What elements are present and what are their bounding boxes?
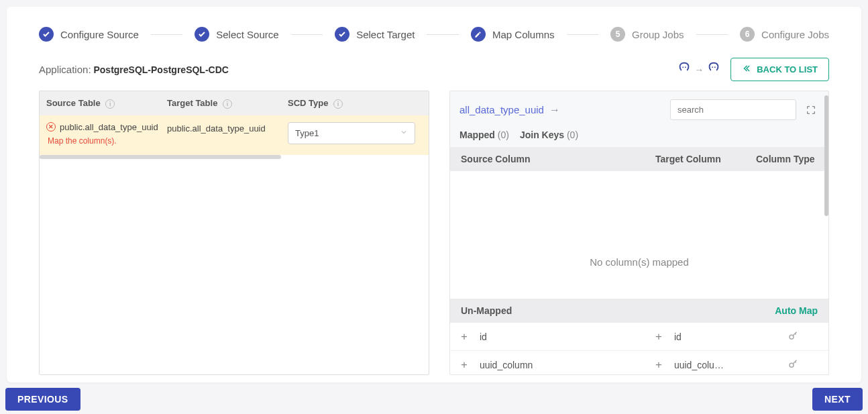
postgres-source-icon [677, 61, 692, 78]
selected-table-title: all_data_type_uuid [459, 104, 544, 115]
back-to-list-label: BACK TO LIST [757, 64, 818, 74]
column-type-header: Column Type [756, 154, 818, 164]
step-connector [696, 34, 728, 35]
svg-point-1 [790, 363, 794, 367]
target-column-header: Target Column [655, 154, 756, 164]
target-column-name: uuid_colu… [674, 360, 724, 370]
unmapped-label: Un-Mapped [461, 305, 512, 316]
step-select-target[interactable]: Select Target [335, 27, 415, 42]
key-icon[interactable] [788, 329, 800, 344]
wizard-stepper: Configure Source Select Source Select Ta… [7, 7, 861, 54]
key-icon[interactable] [788, 358, 800, 372]
plus-icon[interactable]: + [461, 358, 468, 372]
vertical-scrollbar[interactable] [824, 95, 828, 216]
target-table-header: Target Table [167, 98, 217, 108]
step-label: Select Source [216, 29, 278, 40]
step-configure-source[interactable]: Configure Source [39, 27, 139, 42]
chevron-down-icon [400, 128, 408, 138]
arrow-right-icon: → [694, 64, 704, 75]
previous-button[interactable]: PREVIOUS [5, 388, 80, 411]
column-mapping-panel: all_data_type_uuid → Mapped (0) Join Key… [449, 91, 829, 375]
back-to-list-button[interactable]: BACK TO LIST [730, 58, 829, 81]
step-map-columns[interactable]: Map Columns [471, 27, 555, 42]
error-message: Map the column(s). [48, 136, 167, 146]
tab-mapped[interactable]: Mapped (0) [459, 130, 509, 140]
target-column-name: id [674, 331, 682, 342]
source-column-name: id [480, 331, 487, 342]
mapped-label: Mapped [459, 130, 495, 140]
scd-type-select[interactable]: Type1 [288, 122, 415, 144]
step-connector [151, 34, 183, 35]
chevron-left-icon [742, 64, 751, 75]
target-table-value: public.all_data_type_uuid [167, 122, 288, 134]
step-label: Configure Source [60, 29, 139, 40]
mapped-empty-state: No column(s) mapped [450, 171, 828, 299]
svg-point-0 [790, 335, 794, 339]
error-icon: ✕ [46, 122, 56, 132]
step-configure-jobs: 6 Configure Jobs [740, 27, 829, 42]
plus-icon[interactable]: + [655, 358, 662, 372]
check-icon [195, 27, 209, 42]
scd-type-header: SCD Type [288, 98, 328, 108]
check-icon [335, 27, 349, 42]
step-connector [567, 34, 599, 35]
source-column-name: uuid_column [480, 360, 533, 370]
plus-icon[interactable]: + [461, 330, 468, 344]
plus-icon[interactable]: + [655, 330, 662, 344]
next-button[interactable]: NEXT [812, 388, 863, 411]
arrow-right-icon: → [549, 104, 560, 116]
source-table-header: Source Table [46, 98, 101, 108]
step-label: Select Target [356, 29, 415, 40]
join-keys-count: (0) [567, 130, 578, 140]
step-label: Configure Jobs [761, 29, 829, 40]
step-select-source[interactable]: Select Source [195, 27, 278, 42]
info-icon[interactable]: i [333, 99, 343, 109]
unmapped-row: + id + id [450, 323, 828, 351]
horizontal-scrollbar[interactable] [40, 155, 429, 159]
step-label: Map Columns [492, 29, 555, 40]
edit-icon [471, 27, 486, 42]
source-column-header: Source Column [461, 154, 655, 164]
application-label-text: Application: [39, 64, 91, 75]
info-icon[interactable]: i [223, 99, 232, 109]
scd-selected-value: Type1 [295, 128, 319, 138]
mapped-count: (0) [498, 130, 509, 140]
table-row[interactable]: ✕ public.all_data_type_uuid Map the colu… [40, 115, 429, 155]
step-number-icon: 6 [740, 27, 755, 42]
step-number-icon: 5 [610, 27, 625, 42]
application-label: Application: PostgreSQL-PostgreSQL-CDC [39, 64, 229, 75]
step-connector [427, 34, 459, 35]
application-name: PostgreSQL-PostgreSQL-CDC [93, 64, 228, 75]
tab-join-keys[interactable]: Join Keys (0) [520, 130, 578, 140]
info-icon[interactable]: i [105, 99, 115, 109]
empty-text: No column(s) mapped [590, 256, 689, 268]
step-label: Group Jobs [632, 29, 684, 40]
check-icon [39, 27, 54, 42]
source-table-value: public.all_data_type_uuid [60, 122, 158, 132]
postgres-target-icon [706, 61, 721, 78]
join-keys-label: Join Keys [520, 130, 564, 140]
source-target-icons: → [677, 61, 721, 78]
search-input[interactable] [670, 99, 796, 120]
step-connector [291, 34, 323, 35]
step-group-jobs: 5 Group Jobs [610, 27, 684, 42]
expand-icon[interactable] [803, 102, 819, 118]
unmapped-row: + uuid_column + uuid_colu… [450, 351, 828, 375]
table-mapping-list: Source Table i Target Table i SCD Type i… [39, 91, 429, 375]
automap-button[interactable]: Auto Map [775, 305, 818, 316]
